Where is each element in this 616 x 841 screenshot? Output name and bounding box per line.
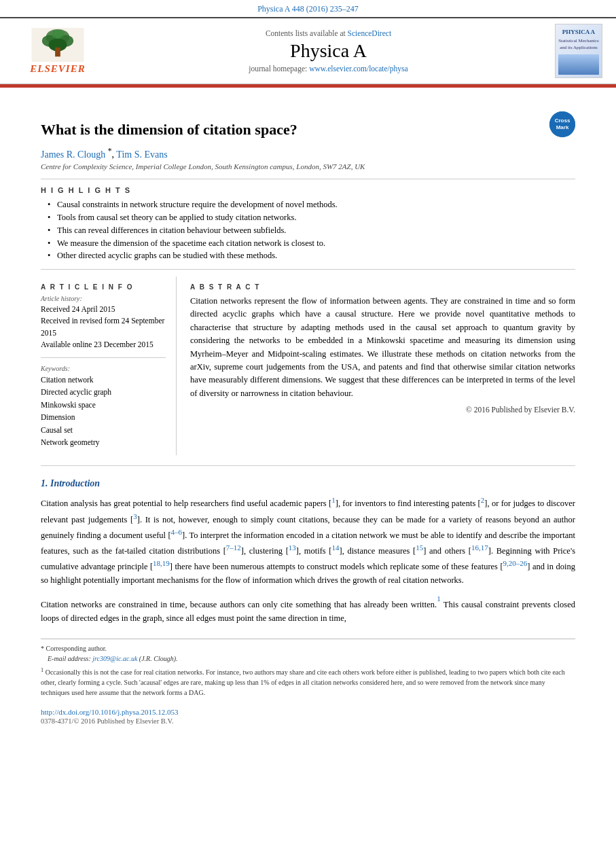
keyword-5: Causal set bbox=[41, 424, 166, 436]
logo-area: ELSEVIER bbox=[14, 28, 102, 75]
highlight-item-5: Other directed acyclic graphs can be stu… bbox=[48, 249, 575, 262]
highlight-item-1: Causal constraints in network structure … bbox=[48, 198, 575, 211]
introduction-section: 1. Introduction Citation analysis has gr… bbox=[41, 478, 575, 624]
ref-3[interactable]: 3 bbox=[133, 512, 137, 520]
elsevier-tree-logo bbox=[31, 28, 85, 62]
svg-text:Mark: Mark bbox=[556, 124, 569, 130]
authors-line: James R. Clough *, Tim S. Evans bbox=[41, 147, 575, 160]
footnote-email: E-mail address: jrc309@ic.ac.uk (J.R. Cl… bbox=[48, 654, 575, 664]
journal-header: ELSEVIER Contents lists available at Sci… bbox=[0, 17, 616, 84]
intro-number: 1. bbox=[41, 478, 48, 488]
divider-3 bbox=[41, 465, 575, 466]
journal-citation-bar: Physica A 448 (2016) 235–247 bbox=[0, 0, 616, 17]
keyword-4: Dimension bbox=[41, 411, 166, 423]
email-label: E-mail address: bbox=[48, 655, 92, 662]
footnotes-section: * Corresponding author. E-mail address: … bbox=[41, 639, 575, 698]
ref-2[interactable]: 2 bbox=[481, 496, 485, 504]
homepage-link[interactable]: www.elsevier.com/locate/physa bbox=[309, 65, 408, 73]
issn-line: 0378-4371/© 2016 Published by Elsevier B… bbox=[41, 717, 575, 725]
intro-para-1: Citation analysis has great potential to… bbox=[41, 495, 575, 587]
contents-prefix: Contents lists available at bbox=[266, 29, 348, 37]
sciencedirect-link[interactable]: ScienceDirect bbox=[348, 29, 392, 37]
footnote-corresponding: * Corresponding author. bbox=[41, 643, 575, 654]
journal-center-info: Contents lists available at ScienceDirec… bbox=[109, 29, 548, 73]
divider-info bbox=[41, 357, 166, 358]
email-suffix: (J.R. Clough). bbox=[139, 655, 178, 662]
ref-4-6[interactable]: 4–6 bbox=[171, 528, 183, 536]
article-history-group: Article history: Received 24 April 2015 … bbox=[41, 295, 166, 351]
footnote-1-ref[interactable]: 1 bbox=[437, 594, 441, 602]
two-col-section: A R T I C L E I N F O Article history: R… bbox=[41, 276, 575, 455]
keywords-label: Keywords: bbox=[41, 365, 166, 372]
keyword-2: Directed acyclic graph bbox=[41, 386, 166, 398]
ref-9-20-26[interactable]: 9,20–26 bbox=[503, 559, 528, 567]
bottom-section: http://dx.doi.org/10.1016/j.physa.2015.1… bbox=[41, 708, 575, 725]
crossmark-badge[interactable]: Cross Mark bbox=[549, 111, 575, 137]
divider-1 bbox=[41, 179, 575, 179]
footnote-1: 1 Occasionally this is not the case for … bbox=[41, 666, 575, 698]
ref-15[interactable]: 15 bbox=[416, 543, 423, 552]
keyword-3: Minkowski space bbox=[41, 399, 166, 411]
keywords-list: Citation network Directed acyclic graph … bbox=[41, 374, 166, 448]
main-content: What is the dimension of citation space?… bbox=[0, 88, 616, 735]
homepage-prefix: journal homepage: bbox=[249, 65, 309, 73]
abstract-label: A B S T R A C T bbox=[190, 283, 575, 291]
corresponding-label: * Corresponding author. bbox=[41, 645, 107, 652]
contents-line: Contents lists available at ScienceDirec… bbox=[109, 29, 548, 37]
highlights-section: H I G H L I G H T S Causal constraints i… bbox=[41, 186, 575, 262]
ref-16-17[interactable]: 16,17 bbox=[471, 543, 488, 552]
ref-14[interactable]: 14 bbox=[331, 543, 339, 552]
highlight-item-2: Tools from causal set theory can be appl… bbox=[48, 211, 575, 224]
intro-title: 1. Introduction bbox=[41, 478, 575, 489]
highlight-item-3: This can reveal differences in citation … bbox=[48, 224, 575, 237]
highlights-label: H I G H L I G H T S bbox=[41, 186, 575, 194]
svg-rect-5 bbox=[55, 47, 60, 56]
received-date: Received 24 April 2015 bbox=[41, 304, 166, 315]
ref-7-12[interactable]: 7–12 bbox=[226, 543, 241, 552]
journal-thumbnail: PHYSICA A Statistical Mechanicsand its A… bbox=[555, 24, 602, 78]
ref-1[interactable]: 1 bbox=[331, 496, 336, 504]
abstract-text: Citation networks represent the flow of … bbox=[190, 295, 575, 400]
journal-title: Physica A bbox=[109, 40, 548, 62]
doi-line: http://dx.doi.org/10.1016/j.physa.2015.1… bbox=[41, 708, 575, 716]
ref-18-19[interactable]: 18,19 bbox=[153, 559, 170, 567]
divider-2 bbox=[41, 269, 575, 270]
article-title: What is the dimension of citation space? bbox=[41, 120, 549, 140]
doi-link[interactable]: http://dx.doi.org/10.1016/j.physa.2015.1… bbox=[41, 708, 178, 716]
keywords-group: Keywords: Citation network Directed acyc… bbox=[41, 365, 166, 448]
homepage-line: journal homepage: www.elsevier.com/locat… bbox=[109, 65, 548, 73]
intro-label: Introduction bbox=[50, 478, 100, 488]
footnote-1-text: Occasionally this is not the case for re… bbox=[41, 668, 565, 696]
email-link[interactable]: jrc309@ic.ac.uk bbox=[92, 655, 137, 662]
keyword-6: Network geometry bbox=[41, 436, 166, 448]
affiliation-line: Centre for Complexity Science, Imperial … bbox=[41, 162, 575, 171]
svg-point-6 bbox=[51, 29, 64, 38]
journal-citation: Physica A 448 (2016) 235–247 bbox=[257, 4, 359, 14]
available-date: Available online 23 December 2015 bbox=[41, 339, 166, 351]
author-clough[interactable]: James R. Clough bbox=[41, 149, 105, 159]
highlight-item-4: We measure the dimension of the spacetim… bbox=[48, 237, 575, 250]
keyword-1: Citation network bbox=[41, 374, 166, 386]
elsevier-brand: ELSEVIER bbox=[30, 63, 85, 75]
highlights-list: Causal constraints in network structure … bbox=[48, 198, 575, 262]
intro-para-2: Citation networks are constrained in tim… bbox=[41, 592, 575, 625]
abstract-col: A B S T R A C T Citation networks repres… bbox=[190, 276, 575, 455]
revised-date: Received in revised form 24 September 20… bbox=[41, 315, 166, 339]
crossmark-icon: Cross Mark bbox=[549, 111, 575, 137]
article-info-col: A R T I C L E I N F O Article history: R… bbox=[41, 276, 177, 455]
svg-text:Cross: Cross bbox=[555, 118, 570, 124]
history-label: Article history: bbox=[41, 295, 166, 302]
ref-13[interactable]: 13 bbox=[289, 543, 296, 552]
author-evans[interactable]: Tim S. Evans bbox=[116, 149, 167, 159]
article-info-label: A R T I C L E I N F O bbox=[41, 283, 166, 291]
footnote-1-marker: 1 bbox=[41, 667, 43, 673]
copyright-line: © 2016 Published by Elsevier B.V. bbox=[190, 406, 575, 414]
